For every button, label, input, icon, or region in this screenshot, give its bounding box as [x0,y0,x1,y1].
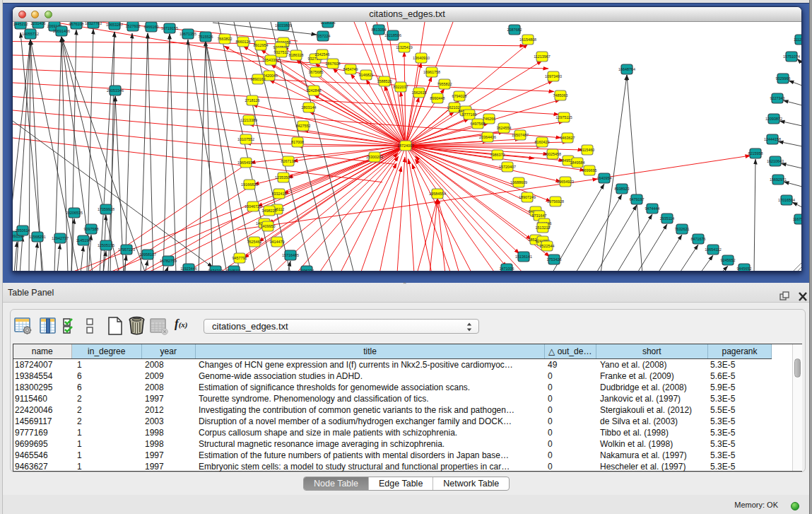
svg-text:12505135: 12505135 [98,243,114,247]
svg-text:9097588: 9097588 [84,227,99,231]
svg-text:15720407: 15720407 [499,165,516,169]
svg-text:8938923: 8938923 [615,187,630,191]
svg-text:2522544: 2522544 [540,244,555,248]
svg-text:8332415: 8332415 [272,192,287,196]
svg-text:12444158: 12444158 [764,137,781,141]
svg-text:8660124: 8660124 [236,40,251,44]
svg-text:10958107: 10958107 [139,252,156,257]
svg-text:6466160: 6466160 [144,25,159,29]
svg-text:6497568: 6497568 [471,122,486,126]
svg-text:12353504: 12353504 [275,175,292,180]
svg-text:3675685: 3675685 [309,70,324,74]
svg-text:1588520: 1588520 [377,79,392,83]
svg-text:9327512: 9327512 [274,50,289,54]
svg-text:10107552: 10107552 [237,137,254,141]
svg-text:1513212: 1513212 [536,226,551,230]
svg-text:8267130: 8267130 [281,159,296,163]
svg-text:9890163: 9890163 [251,77,266,81]
svg-text:16782759: 16782759 [160,259,177,263]
svg-text:1471006: 1471006 [500,267,514,271]
svg-text:16033809: 16033809 [275,23,292,28]
svg-text:9245111: 9245111 [227,269,241,271]
svg-text:2867608: 2867608 [326,62,341,66]
svg-text:1145194: 1145194 [76,238,91,243]
svg-text:8912954: 8912954 [254,43,269,47]
svg-text:9463627: 9463627 [560,136,575,140]
svg-text:8186328: 8186328 [289,53,304,57]
svg-text:2231406: 2231406 [31,22,46,25]
svg-text:7986372: 7986372 [490,153,505,157]
svg-text:1167534: 1167534 [793,217,801,221]
svg-text:10671355: 10671355 [180,32,196,36]
svg-text:7625462: 7625462 [247,240,262,244]
svg-text:10653287: 10653287 [106,23,123,27]
svg-text:7357224: 7357224 [316,34,331,38]
svg-text:8160423: 8160423 [535,140,550,144]
svg-text:1640954: 1640954 [597,176,612,180]
svg-text:16961758: 16961758 [423,70,440,74]
svg-text:19166825: 19166825 [241,182,258,187]
svg-text:10025458: 10025458 [544,152,561,156]
svg-text:2342546: 2342546 [315,52,330,57]
svg-text:9731647: 9731647 [532,214,547,218]
svg-text:746266: 746266 [483,117,495,121]
svg-text:11325419: 11325419 [396,45,413,49]
svg-text:9777169: 9777169 [462,112,477,117]
svg-text:10719155: 10719155 [161,26,178,30]
svg-text:20691406: 20691406 [53,29,70,33]
svg-text:12975115: 12975115 [555,115,572,119]
svg-text:20364436: 20364436 [479,135,496,139]
svg-text:7632621: 7632621 [675,227,690,231]
svg-text:2718126: 2718126 [245,98,260,103]
svg-text:12213389: 12213389 [240,118,257,122]
svg-text:8322037: 8322037 [394,85,408,89]
svg-text:9218306: 9218306 [321,22,336,25]
svg-text:7515526: 7515526 [199,35,213,39]
svg-text:9242848: 9242848 [307,88,322,93]
svg-text:17359928: 17359928 [98,207,114,211]
svg-text:10327763: 10327763 [85,22,102,25]
svg-text:10543392: 10543392 [262,58,279,62]
svg-text:13640910: 13640910 [413,56,430,60]
svg-text:20053346: 20053346 [107,88,124,93]
svg-text:7955822: 7955822 [437,82,452,86]
svg-text:19654935: 19654935 [237,160,254,165]
svg-text:15692971: 15692971 [770,177,787,182]
svg-text:15716485: 15716485 [282,253,299,257]
svg-text:10654112: 10654112 [705,247,722,252]
svg-text:8427552: 8427552 [296,124,311,128]
svg-text:16210643: 16210643 [767,159,784,163]
svg-text:16154808: 16154808 [519,37,536,42]
svg-text:9445652: 9445652 [737,267,752,271]
svg-text:14055712: 14055712 [22,32,39,36]
svg-text:8454749: 8454749 [343,67,358,71]
svg-text:7663822: 7663822 [218,37,233,41]
svg-text:2087682: 2087682 [507,28,522,32]
svg-text:19654923: 19654923 [557,180,574,184]
svg-text:20206535: 20206535 [66,211,83,215]
svg-text:3624554: 3624554 [497,126,512,130]
svg-text:9699695: 9699695 [582,168,597,173]
svg-text:10046728: 10046728 [245,204,261,209]
svg-text:18724007: 18724007 [397,144,414,148]
svg-text:11923446: 11923446 [180,267,197,271]
svg-text:9474444: 9474444 [645,206,660,211]
svg-text:7485063: 7485063 [553,93,568,98]
svg-text:2935114: 2935114 [660,216,675,221]
svg-text:1753426: 1753426 [547,257,562,262]
svg-text:2350614: 2350614 [16,228,30,233]
svg-text:11568291: 11568291 [29,235,46,239]
svg-text:9676108: 9676108 [69,22,84,26]
svg-text:1527602: 1527602 [126,24,141,28]
svg-text:15751074: 15751074 [783,54,800,59]
svg-text:18907249: 18907249 [519,195,536,199]
svg-text:15136141: 15136141 [515,255,532,259]
svg-text:9474212: 9474212 [208,269,223,271]
svg-text:10507487: 10507487 [512,133,529,137]
svg-text:1445212: 1445212 [13,22,28,26]
svg-text:9146821: 9146821 [359,73,374,77]
svg-text:12093872: 12093872 [765,117,782,121]
svg-text:817008: 817008 [291,140,304,144]
svg-text:9457791: 9457791 [233,256,247,260]
svg-text:19584554: 19584554 [429,192,446,196]
